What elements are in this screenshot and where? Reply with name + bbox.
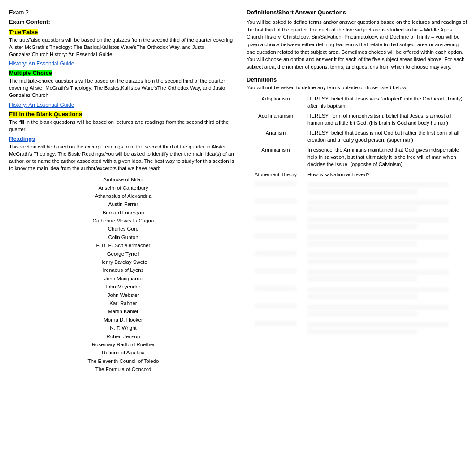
name-item: Austin Farrer [9,200,238,208]
name-item: Irenaeus of Lyons [9,266,238,274]
def-definition [305,302,467,319]
fill-blank-body: The fill in the blank questions will be … [9,118,238,133]
def-term [247,197,305,214]
name-item: Martin Kähler [9,307,238,315]
name-item: Charles Gore [9,225,238,233]
readings-header-wrap: Readings [9,135,238,142]
name-item: Henry Barclay Swete [9,258,238,266]
def-row [247,302,467,319]
page: Exam 2 Exam Content: True/False The true… [0,0,476,449]
def-term: Atonement Theory [247,170,305,179]
history-link-1: History: An Essential Guide [9,61,238,67]
definitions-subtitle: You will not be asked to define any term… [247,85,467,90]
def-row [247,179,467,197]
readings-body: This section will be based on the excerp… [9,143,238,172]
name-item: The Eleventh Council of Toledo [9,357,238,365]
fill-blank-label: Fill in the Blank Questions [9,111,82,118]
name-item: Ambrose of Milan [9,175,238,183]
name-item: Rosemary Radford Ruether [9,340,238,349]
def-term: Arminianism [247,145,305,169]
def-definition: HERESY; belief that Jesus was "adopted" … [305,94,467,111]
def-definition [305,197,467,214]
def-definition [305,319,467,337]
name-item: The Formula of Concord [9,365,238,373]
true-false-label: True/False [9,29,38,35]
name-item: John Webster [9,291,238,299]
name-item: N. T. Wright [9,324,238,332]
name-item: Bernard Lonergan [9,209,238,217]
def-row [247,232,467,249]
def-row [247,319,467,337]
fill-blank-header-wrap: Fill in the Blank Questions [9,111,238,118]
def-term [247,267,305,284]
exam-title: Exam 2 [9,9,238,16]
def-row: ApollinarianismHERESY; form of monophysi… [247,111,467,128]
def-row [247,197,467,214]
name-item: Athanasius of Alexandria [9,192,238,200]
def-definition [305,284,467,302]
def-term: Adoptionism [247,94,305,111]
name-item: Morna D. Hooker [9,316,238,324]
exam-content-header: Exam Content: [9,18,238,25]
history-link-2: History: An Essential Guide [9,102,238,108]
def-definition [305,267,467,284]
readings-label[interactable]: Readings [9,135,35,142]
definitions-title: Definitions [247,76,467,83]
def-term [247,319,305,337]
def-row [247,214,467,232]
def-row: ArminianismIn essence, the Arminians mai… [247,145,467,169]
multiple-choice-body: The multiple-choice questions will be ba… [9,77,238,99]
name-item: Rufinus of Aquileia [9,349,238,357]
name-item: Anselm of Canterbury [9,184,238,192]
name-item: Robert Jenson [9,332,238,340]
right-section-title: Definitions/Short Answer Questions [247,9,467,16]
name-item: George Tyrrell [9,250,238,258]
def-row [247,284,467,302]
def-term [247,302,305,319]
true-false-header: True/False [9,29,38,35]
def-definition: In essence, the Arminians maintained tha… [305,145,467,169]
def-row: ArianismHERESY; belief that Jesus is not… [247,128,467,145]
def-term [247,232,305,249]
right-panel: Definitions/Short Answer Questions You w… [247,9,467,440]
def-definition: How is salvation achieved? [305,170,467,179]
def-term [247,249,305,267]
true-false-body: The true/false questions will be based o… [9,36,238,58]
def-term [247,179,305,197]
def-term: Arianism [247,128,305,145]
name-item: Catherine Mowry LaCugna [9,217,238,225]
def-row: Atonement TheoryHow is salvation achieve… [247,170,467,179]
def-definition: HERESY; form of monophysitism; belief th… [305,111,467,128]
def-term [247,214,305,232]
def-row [247,267,467,284]
name-item: John Meyendorf [9,283,238,291]
right-section-body: You will be asked to define terms and/or… [247,18,467,71]
definitions-table: AdoptionismHERESY; belief that Jesus was… [247,94,467,337]
def-definition [305,214,467,232]
def-term [247,284,305,302]
name-item: Colin Gunton [9,233,238,241]
name-item: John Macquarrie [9,275,238,283]
def-definition: HERESY; belief that Jesus is not God but… [305,128,467,145]
def-term: Apollinarianism [247,111,305,128]
def-definition [305,232,467,249]
def-row [247,249,467,267]
name-item: F. D. E. Schleiermacher [9,241,238,249]
def-definition [305,179,467,197]
multiple-choice-label: Multiple Choice [9,70,52,76]
def-row: AdoptionismHERESY; belief that Jesus was… [247,94,467,111]
left-panel: Exam 2 Exam Content: True/False The true… [9,9,238,440]
names-list: Ambrose of MilanAnselm of CanterburyAtha… [9,175,238,373]
def-definition [305,249,467,267]
multiple-choice-header-wrap: Multiple Choice [9,70,238,76]
name-item: Karl Rahner [9,299,238,307]
